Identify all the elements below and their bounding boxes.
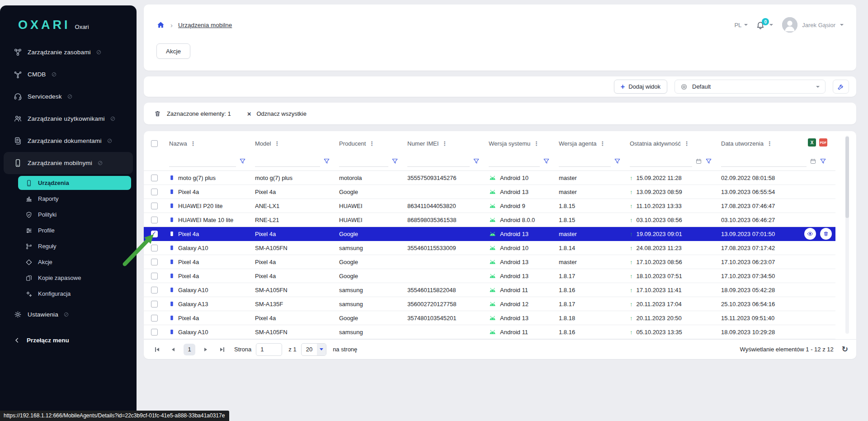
add-view-button[interactable]: + Dodaj widok [614, 80, 667, 94]
sidebar-item-zarzadzanie-uzytkownikami[interactable]: Zarządzanie użytkownikami [0, 108, 137, 130]
submenu-item-reguly[interactable]: Reguły [0, 238, 137, 254]
row-checkbox[interactable] [151, 273, 158, 279]
column-header-imei[interactable]: Numer IMEI [407, 140, 439, 147]
column-menu-icon[interactable] [442, 139, 448, 147]
row-checkbox[interactable] [151, 245, 158, 251]
next-page-button[interactable] [200, 344, 212, 355]
column-header-wersja-agenta[interactable]: Wersja agenta [559, 140, 597, 147]
column-menu-icon[interactable] [600, 139, 606, 147]
submenu-item-konfiguracja[interactable]: Konfiguracja [0, 286, 137, 302]
table-row[interactable]: Galaxy A13 SM-A135F samsung 356002720127… [144, 297, 835, 311]
table-row[interactable]: Pixel 4a Pixel 4a Google Android 13 mast… [144, 185, 835, 199]
column-header-model[interactable]: Model [255, 140, 271, 147]
table-row[interactable]: Pixel 4a Pixel 4a Google Android 13 1.8.… [144, 269, 835, 283]
table-row[interactable]: HUAWEI Mate 10 lite RNE-L21 HUAWEI 86859… [144, 213, 835, 227]
collapse-menu-button[interactable]: Przełącz menu [0, 331, 137, 349]
submenu-item-raporty[interactable]: Raporty [0, 191, 137, 207]
table-row[interactable]: HUAWEI P20 lite ANE-LX1 HUAWEI 863411044… [144, 199, 835, 213]
filter-funnel-icon[interactable] [543, 158, 550, 165]
notifications-button[interactable]: 0 [756, 20, 765, 29]
filter-input-ostatnia-aktywnosc[interactable] [630, 156, 692, 167]
view-select[interactable]: Default [675, 80, 826, 94]
row-checkbox[interactable] [151, 175, 158, 181]
scrollbar-thumb[interactable] [845, 137, 849, 218]
sidebar-item-zarzadzanie-zasobami[interactable]: Zarządzanie zasobami [0, 41, 137, 63]
column-menu-icon[interactable] [533, 139, 539, 147]
view-details-button[interactable] [804, 231, 816, 237]
table-row[interactable]: Galaxy A10 SM-A105FN samsung Android 11 … [144, 325, 835, 339]
language-selector[interactable]: PL [734, 22, 748, 28]
prev-page-button[interactable] [167, 344, 179, 355]
submenu-item-urzadzenia[interactable]: Urządzenia [18, 176, 131, 190]
row-checkbox[interactable] [151, 217, 158, 223]
row-checkbox[interactable] [151, 287, 158, 293]
row-checkbox[interactable] [151, 329, 158, 336]
row-checkbox[interactable] [151, 301, 158, 307]
view-settings-button[interactable] [833, 80, 849, 94]
table-row[interactable]: Galaxy A10 SM-A105FN samsung 35546011582… [144, 283, 835, 297]
filter-funnel-icon[interactable] [239, 158, 246, 165]
column-menu-icon[interactable] [190, 139, 196, 147]
submenu-item-profile[interactable]: Profile [0, 222, 137, 238]
row-checkbox[interactable] [151, 231, 158, 237]
table-scrollbar[interactable] [845, 136, 849, 334]
column-header-nazwa[interactable]: Nazwa [169, 140, 187, 147]
breadcrumb-current-link[interactable]: Urządzenia mobilne [178, 22, 232, 28]
current-page-button[interactable]: 1 [184, 344, 195, 355]
export-pdf-icon[interactable]: PDF [819, 138, 827, 147]
column-menu-icon[interactable] [274, 139, 280, 147]
column-menu-icon[interactable] [767, 139, 773, 147]
first-page-button[interactable] [151, 344, 163, 355]
column-header-producent[interactable]: Producent [339, 140, 366, 147]
table-row[interactable]: moto g(7) plus moto g(7) plus motorola 3… [144, 171, 835, 185]
chevron-down-icon[interactable] [840, 24, 844, 26]
filter-input-producent[interactable] [339, 156, 388, 167]
filter-input-wersja-systemu[interactable] [489, 156, 540, 167]
page-number-input[interactable] [256, 343, 282, 356]
row-checkbox[interactable] [151, 203, 158, 209]
per-page-select[interactable]: 20 [301, 343, 326, 356]
deselect-all-button[interactable]: Odznacz wszystkie [256, 110, 307, 117]
akcje-button[interactable]: Akcje [156, 43, 190, 59]
chevron-down-icon[interactable] [769, 24, 773, 26]
user-name[interactable]: Jarek Gąsior [802, 22, 835, 28]
row-checkbox[interactable] [151, 315, 158, 322]
column-header-ostatnia-aktywnosc[interactable]: Ostatnia aktywność [630, 140, 681, 147]
home-icon[interactable] [156, 21, 165, 29]
calendar-icon[interactable] [810, 158, 816, 165]
filter-funnel-icon[interactable] [323, 158, 330, 165]
filter-funnel-icon[interactable] [473, 158, 480, 165]
avatar[interactable] [782, 17, 797, 33]
filter-input-model[interactable] [255, 156, 320, 167]
table-row[interactable]: Galaxy A10 SM-A105FN samsung 35546011553… [144, 241, 835, 255]
filter-funnel-icon[interactable] [705, 158, 712, 165]
close-icon[interactable] [247, 110, 251, 118]
delete-row-button[interactable] [820, 231, 832, 237]
row-checkbox[interactable] [151, 259, 158, 265]
table-row[interactable]: Pixel 4a Pixel 4a Google Android 13 mast… [144, 227, 835, 241]
filter-input-imei[interactable] [407, 156, 470, 167]
last-page-button[interactable] [216, 344, 228, 355]
table-row[interactable]: Pixel 4a Pixel 4a Google 357480103545201… [144, 311, 835, 325]
filter-input-data-utworzenia[interactable] [721, 156, 807, 167]
sidebar-item-cmdb[interactable]: CMDB [0, 63, 137, 85]
submenu-item-akcje[interactable]: Akcje [0, 254, 137, 270]
filter-funnel-icon[interactable] [820, 158, 826, 165]
filter-funnel-icon[interactable] [614, 158, 621, 165]
submenu-item-kopie-zapasowe[interactable]: Kopie zapasowe [0, 270, 137, 286]
submenu-item-polityki[interactable]: Polityki [0, 207, 137, 222]
filter-input-wersja-agenta[interactable] [559, 156, 611, 167]
table-row[interactable]: Pixel 4a Pixel 4a Google Android 13 mast… [144, 255, 835, 269]
calendar-icon[interactable] [695, 158, 702, 165]
column-menu-icon[interactable] [684, 139, 690, 147]
sidebar-item-zarzadzanie-mobilnymi[interactable]: Zarządzanie mobilnymi [4, 152, 133, 174]
trash-icon[interactable] [154, 110, 161, 118]
refresh-icon[interactable] [842, 345, 848, 354]
column-header-data-utworzenia[interactable]: Data utworzenia [721, 140, 764, 147]
filter-input-nazwa[interactable] [169, 156, 236, 167]
sidebar-item-zarzadzanie-dokumentami[interactable]: Zarządzanie dokumentami [0, 130, 137, 152]
select-all-checkbox[interactable] [151, 140, 158, 147]
sidebar-item-servicedesk[interactable]: Servicedesk [0, 85, 137, 108]
row-checkbox[interactable] [151, 189, 158, 195]
export-excel-icon[interactable]: X [808, 138, 816, 147]
